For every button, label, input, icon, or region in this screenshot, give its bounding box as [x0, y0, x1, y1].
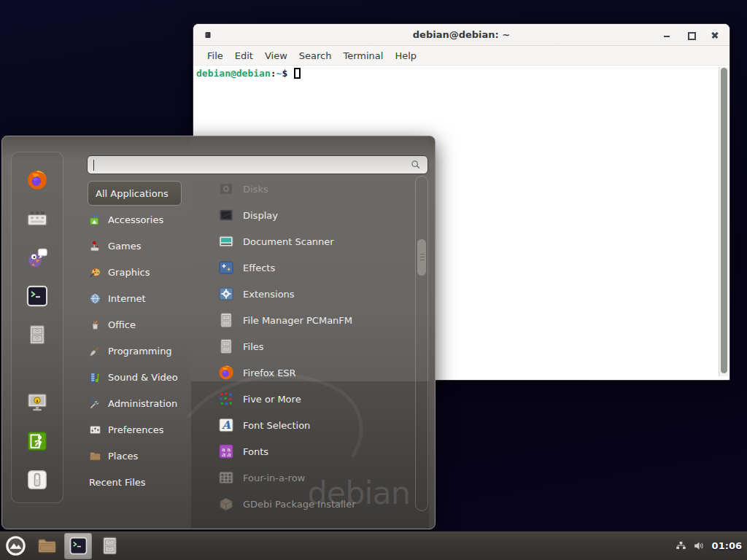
app-effects[interactable]: Effects: [193, 254, 413, 281]
app-disks[interactable]: Disks: [193, 176, 413, 202]
clock[interactable]: 01:06: [712, 540, 742, 551]
category-all-applications[interactable]: All Applications: [88, 181, 182, 206]
terminal-scrollbar-thumb[interactable]: [721, 68, 727, 373]
font-selection-icon: [217, 416, 235, 434]
terminal-menu-help[interactable]: Help: [389, 48, 422, 63]
app-five-or-more[interactable]: Five or More: [193, 386, 413, 412]
application-list: Disks Display Document Scanner Effects E…: [193, 176, 413, 511]
favorite-logout-icon[interactable]: [24, 429, 50, 453]
maximize-icon[interactable]: [686, 31, 695, 39]
app-gdebi-package-installer[interactable]: GDebi Package Installer: [193, 491, 413, 511]
office-icon: [89, 319, 101, 331]
app-document-scanner[interactable]: Document Scanner: [193, 228, 413, 254]
display-icon: [217, 206, 235, 224]
taskbar-button-folder-icon[interactable]: [33, 533, 61, 559]
favorite-shutdown-icon[interactable]: [24, 468, 50, 491]
accessories-icon: [89, 214, 101, 226]
taskbar-button-terminal-icon[interactable]: [64, 533, 92, 559]
games-icon: [89, 240, 101, 252]
category-sound-video[interactable]: Sound & Video: [85, 364, 193, 390]
file-cabinet-icon: [217, 338, 235, 355]
taskbar-button-start-menu-icon[interactable]: [1, 533, 29, 559]
prompt-colon: :: [271, 68, 276, 79]
terminal-menu-terminal[interactable]: Terminal: [337, 48, 389, 63]
terminal-scrollbar[interactable]: [719, 67, 729, 376]
favorite-firefox-icon[interactable]: [24, 168, 50, 192]
control-panel-icon: [26, 207, 49, 230]
prompt-dollar: $: [282, 68, 287, 79]
favorites-panel: [11, 152, 63, 503]
logout-icon: [26, 429, 49, 453]
category-office[interactable]: Office: [85, 311, 193, 338]
document-scanner-icon: [217, 233, 235, 250]
app-display[interactable]: Display: [193, 202, 413, 228]
app-extensions[interactable]: Extensions: [193, 281, 413, 307]
app-four-in-a-row[interactable]: Four-in-a-row: [193, 464, 413, 491]
firefox-icon: [26, 168, 49, 192]
search-input[interactable]: [93, 160, 410, 171]
minimize-icon[interactable]: [662, 31, 671, 39]
terminal-cursor: [294, 68, 301, 79]
file-cabinet-icon: [99, 535, 120, 556]
volume-icon[interactable]: [693, 540, 705, 552]
graphics-icon: [89, 266, 101, 279]
category-accessories[interactable]: Accessories: [85, 206, 193, 233]
category-programming[interactable]: Programming: [85, 338, 193, 364]
terminal-menu-edit[interactable]: Edit: [229, 48, 259, 63]
network-icon[interactable]: [676, 540, 686, 551]
category-internet[interactable]: Internet: [85, 285, 193, 311]
lock-screen-icon: [26, 391, 49, 414]
terminal-menu-view[interactable]: View: [259, 48, 293, 63]
disks-icon: [217, 180, 235, 198]
folder-icon: [36, 535, 58, 556]
app-fonts[interactable]: Fonts: [193, 438, 413, 464]
favorite-lock-screen-icon[interactable]: [24, 391, 50, 414]
category-games[interactable]: Games: [85, 233, 193, 259]
category-list: All Applications Accessories Games Graph…: [85, 180, 193, 495]
app-firefox-esr[interactable]: Firefox ESR: [193, 359, 413, 386]
four-in-a-row-icon: [217, 469, 235, 486]
category-administration[interactable]: Administration: [85, 390, 193, 416]
terminal-menubar: File Edit View Search Terminal Help: [193, 46, 729, 66]
preferences-icon: [89, 424, 101, 436]
terminal-window-icon: [204, 31, 212, 39]
start-menu-icon: [5, 535, 26, 556]
terminal-menu-search[interactable]: Search: [293, 48, 338, 63]
taskbar: 01:06: [0, 531, 747, 560]
terminal-titlebar[interactable]: debian@debian: ~: [193, 24, 729, 46]
category-places[interactable]: Places: [85, 443, 193, 469]
terminal-title: debian@debian: ~: [193, 29, 729, 40]
app-file-manager-pcmanfm[interactable]: File Manager PCManFM: [193, 307, 413, 333]
taskbar-button-file-cabinet-icon[interactable]: [96, 533, 123, 559]
pidgin-icon: [26, 246, 49, 269]
shutdown-icon: [26, 468, 49, 491]
terminal-icon: [69, 536, 88, 556]
favorite-pidgin-icon[interactable]: [24, 246, 50, 269]
favorite-terminal-icon[interactable]: [24, 284, 50, 308]
five-or-more-icon: [217, 390, 235, 408]
search-box[interactable]: [87, 155, 428, 174]
close-icon[interactable]: [711, 31, 719, 39]
favorite-control-panel-icon[interactable]: [24, 207, 50, 230]
system-tray: 01:06: [676, 540, 747, 552]
app-list-scrollbar[interactable]: [415, 176, 428, 511]
terminal-prompt: debian@debian:~$: [196, 68, 301, 79]
prompt-user-host: debian@debian: [196, 68, 271, 79]
favorite-file-cabinet-icon[interactable]: [24, 323, 50, 346]
app-font-selection[interactable]: Font Selection: [193, 412, 413, 438]
fonts-icon: [217, 443, 235, 460]
search-icon: [410, 159, 422, 171]
app-list-scrollbar-thumb[interactable]: [417, 238, 427, 276]
firefox-icon: [217, 364, 235, 381]
category-recent-files[interactable]: Recent Files: [85, 469, 193, 495]
category-preferences[interactable]: Preferences: [85, 416, 193, 443]
app-files[interactable]: Files: [193, 333, 413, 359]
terminal-icon: [26, 284, 49, 308]
terminal-menu-file[interactable]: File: [201, 48, 229, 63]
administration-icon: [89, 397, 101, 410]
category-graphics[interactable]: Graphics: [85, 259, 193, 285]
folder-icon: [89, 450, 101, 462]
internet-icon: [89, 292, 101, 305]
sound-video-icon: [89, 371, 101, 384]
file-cabinet-icon: [26, 323, 49, 346]
